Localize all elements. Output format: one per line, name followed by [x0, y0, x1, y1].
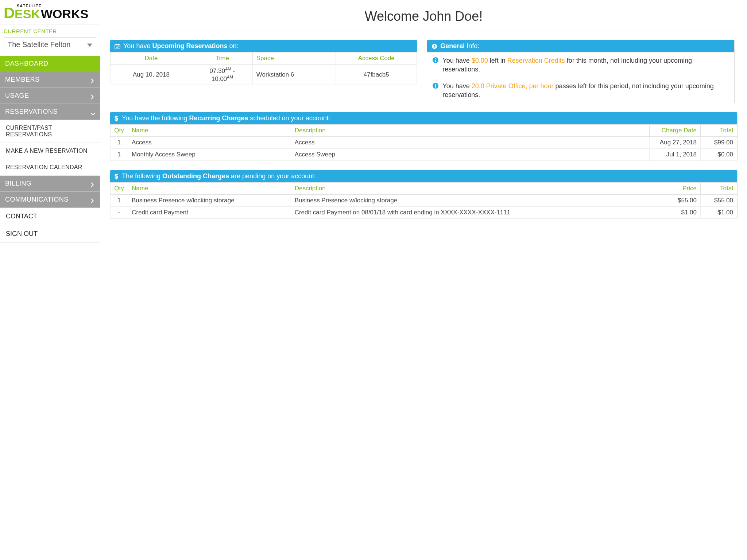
center-select-value: The Satellite Felton	[8, 40, 70, 48]
col-space: Space	[252, 52, 336, 65]
svg-text:D: D	[4, 4, 15, 22]
chevron-right-icon	[90, 182, 95, 186]
panel-header: $ You have the following Recurring Charg…	[110, 112, 737, 124]
table-row: Aug 10, 2018 07:30AM - 10:00AM Workstati…	[111, 65, 417, 85]
panel-general-info: General Info: You have $0.00 left in Res…	[427, 40, 734, 103]
sidebar-item-label: USAGE	[5, 92, 29, 100]
sidebar-item-dashboard[interactable]: DASHBOARD	[0, 56, 100, 72]
col-desc: Description	[291, 125, 649, 137]
chevron-right-icon	[90, 78, 95, 82]
col-total: Total	[701, 125, 737, 137]
logo: SATELLITE D ESK WORKS	[0, 0, 100, 24]
header-text-post: on:	[227, 42, 238, 50]
svg-rect-15	[435, 85, 436, 88]
sidebar-item-signout[interactable]: SIGN OUT	[0, 225, 100, 243]
cell-code: 47fbacb5	[336, 65, 417, 85]
sidebar-item-label: BILLING	[5, 180, 32, 187]
header-text-pre: You have	[123, 42, 152, 50]
reservation-credits-link[interactable]: Reservation Credits	[507, 57, 565, 64]
header-text-post: Info:	[465, 42, 479, 50]
col-date: Date	[111, 52, 192, 65]
sidebar-item-label: COMMUNICATIONS	[5, 196, 69, 203]
sidebar-item-label: MEMBERS	[5, 76, 40, 83]
svg-text:$: $	[115, 115, 118, 122]
cell-date: Aug 10, 2018	[111, 65, 192, 85]
nav: DASHBOARD MEMBERS USAGE RESERVATIONS	[0, 56, 100, 243]
sidebar-item-label: RESERVATION CALENDAR	[6, 164, 82, 170]
svg-text:$: $	[115, 173, 118, 180]
info-passes: You have 20.0 Private Office, per hour p…	[427, 78, 734, 103]
sidebar-item-label: MAKE A NEW RESERVATION	[6, 148, 88, 154]
sidebar-sub-reservation-calendar[interactable]: RESERVATION CALENDAR	[0, 159, 100, 176]
main: Welcome John Doe! You have Upcoming Rese…	[100, 0, 747, 560]
credit-amount: $0.00	[472, 57, 488, 64]
calendar-icon	[115, 43, 120, 49]
svg-text:ESK: ESK	[15, 7, 40, 21]
panel-header: General Info:	[427, 40, 734, 52]
col-name: Name	[128, 125, 291, 137]
cell-space: Workstation 6	[252, 65, 336, 85]
svg-rect-5	[115, 44, 120, 49]
panel-recurring-charges: $ You have the following Recurring Charg…	[110, 112, 738, 161]
page-title: Welcome John Doe!	[110, 0, 738, 31]
sidebar-item-label: SIGN OUT	[6, 230, 38, 237]
table-row: 1 Business Presence w/locking storage Bu…	[111, 195, 737, 207]
center-select[interactable]: The Satellite Felton	[4, 37, 96, 52]
info-icon	[432, 82, 439, 91]
svg-point-9	[432, 44, 437, 49]
panel-outstanding-charges: $ The following Outstanding Charges are …	[110, 170, 738, 219]
dollar-icon: $	[115, 115, 119, 122]
cell-time: 07:30AM - 10:00AM	[192, 65, 252, 85]
table-row: 1 Access Access Aug 27, 2018 $99.00	[111, 137, 737, 149]
svg-text:WORKS: WORKS	[41, 7, 88, 21]
dollar-icon: $	[115, 173, 119, 180]
panel-header: You have Upcoming Reservations on:	[110, 40, 417, 52]
svg-rect-12	[435, 60, 436, 62]
svg-rect-14	[435, 84, 436, 85]
col-qty: Qty	[111, 183, 128, 195]
sidebar-sub-current-past[interactable]: CURRENT/PAST RESERVATIONS	[0, 120, 100, 143]
sidebar-item-members[interactable]: MEMBERS	[0, 72, 100, 88]
header-text-pre: The following	[122, 172, 162, 180]
col-price: Price	[664, 183, 701, 195]
current-center-label: CURRENT CENTER	[0, 24, 100, 36]
col-time: Time	[192, 52, 252, 65]
header-text-post: are pending on your account:	[229, 172, 316, 180]
chevron-down-icon	[90, 110, 95, 114]
header-text-post: scheduled on your account:	[248, 114, 330, 122]
sidebar-sub-new-reservation[interactable]: MAKE A NEW RESERVATION	[0, 143, 100, 159]
col-date: Charge Date	[650, 125, 701, 137]
sidebar-item-label: CONTACT	[6, 213, 37, 220]
svg-rect-11	[435, 58, 436, 59]
col-total: Total	[701, 183, 737, 195]
header-text-bold: Outstanding Charges	[162, 172, 229, 180]
table-row: 1 Monthly Access Sweep Access Sweep Jul …	[111, 149, 737, 161]
reservations-table: Date Time Space Access Code Aug 10, 2018…	[110, 52, 417, 85]
panel-upcoming-reservations: You have Upcoming Reservations on: Date …	[110, 40, 417, 103]
sidebar-item-usage[interactable]: USAGE	[0, 88, 100, 104]
col-desc: Description	[291, 183, 664, 195]
sidebar-item-label: CURRENT/PAST RESERVATIONS	[6, 125, 52, 137]
recurring-table: Qty Name Description Charge Date Total 1…	[110, 124, 737, 161]
col-qty: Qty	[111, 125, 128, 137]
svg-marker-4	[87, 43, 92, 47]
sidebar-item-communications[interactable]: COMMUNICATIONS	[0, 192, 100, 208]
sidebar-item-billing[interactable]: BILLING	[0, 176, 100, 192]
panel-header: $ The following Outstanding Charges are …	[110, 170, 737, 182]
col-name: Name	[128, 183, 291, 195]
sidebar: SATELLITE D ESK WORKS CURRENT CENTER The…	[0, 0, 100, 560]
chevron-right-icon	[90, 198, 95, 202]
header-text-pre: You have the following	[122, 114, 189, 122]
col-access-code: Access Code	[336, 52, 417, 65]
sidebar-item-label: RESERVATIONS	[5, 108, 58, 116]
chevron-down-icon	[87, 40, 92, 49]
sidebar-item-contact[interactable]: CONTACT	[0, 208, 100, 225]
header-text-bold: General	[440, 42, 465, 50]
chevron-right-icon	[90, 94, 95, 98]
info-reservation-credits: You have $0.00 left in Reservation Credi…	[427, 52, 734, 78]
sidebar-item-reservations[interactable]: RESERVATIONS	[0, 104, 100, 120]
header-text-bold: Recurring Charges	[189, 114, 248, 122]
info-icon	[432, 57, 439, 66]
arrow-circle-right-icon	[431, 43, 437, 49]
header-text-bold: Upcoming Reservations	[152, 42, 227, 50]
